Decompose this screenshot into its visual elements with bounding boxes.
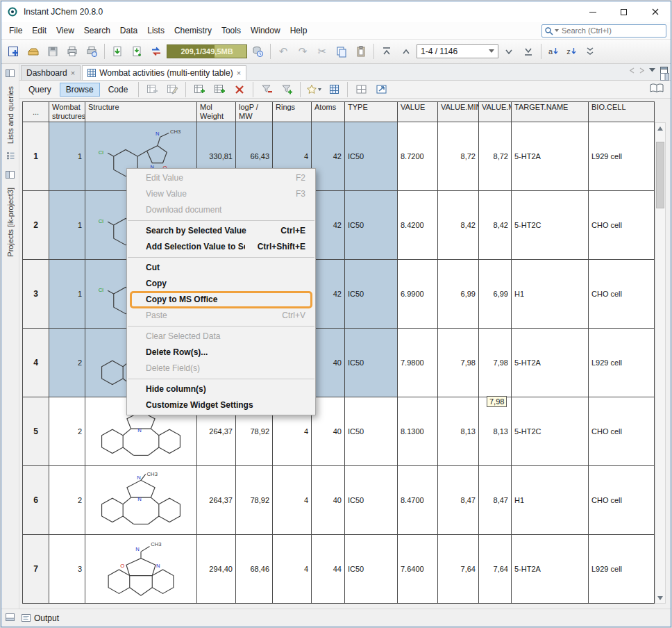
cell-structure[interactable]	[85, 466, 197, 535]
tab-dashboard[interactable]: Dashboard ×	[21, 65, 81, 80]
scroll-down-icon[interactable]	[655, 593, 665, 603]
cell-wombat[interactable]: 1	[49, 191, 85, 260]
menu-item-copy[interactable]: Copy	[127, 276, 315, 292]
menu-item-add-selection-value-to-search[interactable]: Add Selection Value to SearchCtrl+Shift+…	[127, 239, 315, 255]
cell-biocell[interactable]: CHO cell	[589, 191, 655, 260]
close-button[interactable]	[639, 1, 671, 22]
cell-value[interactable]: 8.4700	[398, 466, 438, 535]
cell-atoms[interactable]: 42	[312, 191, 345, 260]
close-tab-icon[interactable]: ×	[71, 69, 75, 77]
cell-valuemax[interactable]: 8,13	[479, 397, 512, 466]
sort-descending-icon[interactable]: z	[563, 44, 580, 59]
undo-icon[interactable]: ↶	[274, 42, 292, 60]
menu-item-search-by-selected-value[interactable]: Search by Selected ValueCtrl+E	[127, 223, 315, 239]
row-header[interactable]: 5	[23, 397, 49, 466]
open-icon[interactable]	[24, 42, 42, 60]
cell-value[interactable]: 8.1300	[398, 397, 438, 466]
cell-valuemin[interactable]: 8,42	[438, 191, 479, 260]
new-form-icon[interactable]	[5, 42, 23, 60]
sidebar-item-projects[interactable]: Projects [ik-project3]	[6, 188, 15, 257]
column-header-type[interactable]: TYPE	[345, 102, 398, 122]
cell-valuemin[interactable]: 8,72	[438, 122, 479, 191]
menu-item-edit-value[interactable]: Edit ValueF2	[127, 170, 315, 186]
cell-type[interactable]: IC50	[345, 122, 398, 191]
column-header-valuemin[interactable]: VALUE.MIN	[438, 102, 479, 122]
sidebar-item-lists-and-queries[interactable]: Lists and queries	[6, 86, 15, 144]
import-file-icon[interactable]	[108, 42, 126, 60]
column-header-value[interactable]: VALUE	[398, 102, 438, 122]
menu-item-delete-fields[interactable]: Delete Field(s)	[127, 361, 315, 377]
print-icon[interactable]	[63, 42, 81, 60]
search-input[interactable]	[560, 26, 664, 35]
menu-item-download-document[interactable]: Download document	[127, 202, 315, 218]
global-search-box[interactable]	[541, 24, 666, 38]
cell-type[interactable]: IC50	[345, 466, 398, 535]
vertical-scrollbar[interactable]	[655, 122, 666, 604]
cell-wombat[interactable]: 3	[49, 535, 85, 604]
layout-panes-icon[interactable]	[352, 81, 370, 99]
column-header-targetname[interactable]: TARGET.NAME	[512, 102, 589, 122]
menu-item-hide-columns[interactable]: Hide column(s)	[127, 381, 315, 397]
cell-molweight[interactable]: 294,40	[197, 535, 236, 604]
minimize-group-icon[interactable]	[660, 71, 669, 83]
row-range-combo[interactable]: 1-4 / 1146	[417, 44, 498, 58]
save-icon[interactable]	[44, 42, 62, 60]
column-header-logp[interactable]: logP / MW	[236, 102, 273, 122]
sync-icon[interactable]	[147, 42, 165, 60]
documentation-book-icon[interactable]	[650, 83, 664, 96]
cell-target[interactable]: H1	[512, 466, 589, 535]
cell-valuemin[interactable]: 8,47	[438, 466, 479, 535]
insert-row-form-icon[interactable]	[143, 81, 161, 99]
row-header[interactable]: 7	[23, 535, 49, 604]
cell-logp[interactable]: 68,46	[236, 535, 273, 604]
row-header[interactable]: 3	[23, 260, 49, 329]
menu-item-clear-selected-data[interactable]: Clear Selected Data	[127, 329, 315, 345]
column-header-rings[interactable]: Rings	[273, 102, 312, 122]
cell-target[interactable]: 5-HT2A	[512, 122, 589, 191]
output-window-button[interactable]: Output	[22, 613, 59, 623]
cell-valuemin[interactable]: 8,13	[438, 397, 479, 466]
menu-item-view-value[interactable]: View ValueF3	[127, 186, 315, 202]
add-filter-icon[interactable]	[278, 81, 296, 99]
cell-valuemax[interactable]: 6,99	[479, 260, 512, 329]
sort-ascending-icon[interactable]: a	[545, 44, 562, 59]
cell-valuemax[interactable]: 8,72	[479, 122, 512, 191]
scroll-thumb[interactable]	[656, 142, 664, 208]
cell-valuemax[interactable]: 8,47	[479, 466, 512, 535]
row-header[interactable]: 2	[23, 191, 49, 260]
cell-type[interactable]: IC50	[345, 191, 398, 260]
scroll-tabs-left-icon[interactable]	[630, 67, 635, 74]
cell-target[interactable]: 5-HT2C	[512, 191, 589, 260]
open-in-new-view-icon[interactable]	[372, 81, 390, 99]
favorites-star-icon[interactable]	[305, 81, 323, 99]
remove-filter-icon[interactable]	[258, 81, 276, 99]
redo-icon[interactable]: ↷	[294, 42, 312, 60]
minimize-group-icon[interactable]	[6, 613, 15, 623]
cell-target[interactable]: 5-HT2A	[512, 329, 589, 397]
cell-logp[interactable]: 78,92	[236, 466, 273, 535]
menu-item-delete-rows[interactable]: Delete Row(s)...	[127, 345, 315, 361]
menu-item-cut[interactable]: Cut	[127, 260, 315, 276]
cell-wombat[interactable]: 1	[49, 260, 85, 329]
cell-type[interactable]: IC50	[345, 535, 398, 604]
code-mode-button[interactable]: Code	[102, 83, 135, 97]
column-header-atoms[interactable]: Atoms	[312, 102, 345, 122]
paste-icon[interactable]	[352, 42, 370, 60]
browse-mode-button[interactable]: Browse	[60, 83, 100, 97]
cell-value[interactable]: 7.9800	[398, 329, 438, 397]
cell-value[interactable]: 8.4200	[398, 191, 438, 260]
row-header[interactable]: 6	[23, 466, 49, 535]
cell-atoms[interactable]: 40	[312, 397, 345, 466]
query-mode-button[interactable]: Query	[22, 83, 58, 97]
cell-wombat[interactable]: 2	[49, 397, 85, 466]
minimize-group-icon[interactable]	[6, 169, 15, 181]
cell-target[interactable]: 5-HT2A	[512, 535, 589, 604]
maximize-button[interactable]	[608, 1, 639, 22]
cell-target[interactable]: H1	[512, 260, 589, 329]
add-row-icon[interactable]	[190, 81, 208, 99]
cell-wombat[interactable]: 2	[49, 466, 85, 535]
menu-search[interactable]: Search	[79, 24, 115, 38]
cell-atoms[interactable]: 40	[312, 466, 345, 535]
cell-atoms[interactable]: 40	[312, 329, 345, 397]
scroll-up-icon[interactable]	[655, 123, 665, 133]
